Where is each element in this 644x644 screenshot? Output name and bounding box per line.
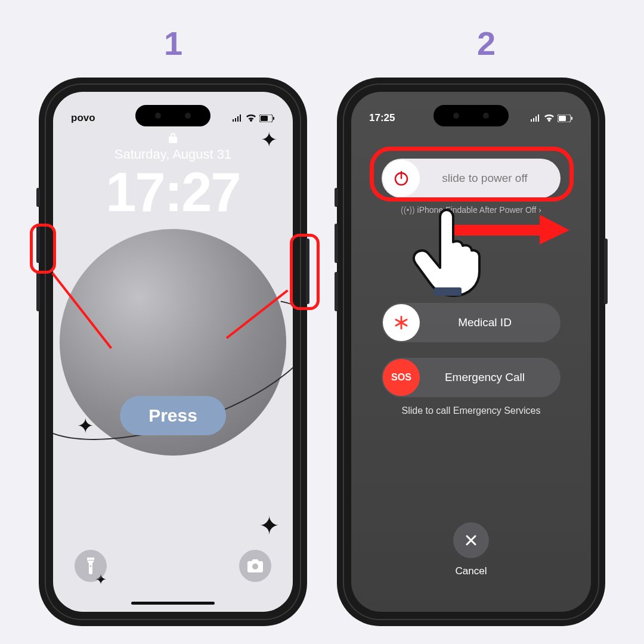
side-power-button[interactable] <box>604 239 608 304</box>
svg-rect-4 <box>559 116 566 121</box>
svg-marker-9 <box>540 215 569 244</box>
emergency-hint: Slide to call Emergency Services <box>351 405 591 416</box>
press-annotation: Press <box>120 396 226 435</box>
side-power-button[interactable] <box>306 239 309 304</box>
lock-date: Saturday, August 31 <box>53 147 293 162</box>
emergency-call-slider[interactable]: SOS Emergency Call <box>382 358 561 397</box>
sparkle-icon: ✦ <box>259 511 280 540</box>
wifi-icon <box>544 114 554 122</box>
step-number-1: 1 <box>164 24 182 63</box>
svg-rect-2 <box>273 117 274 120</box>
asterisk-icon <box>394 315 409 330</box>
dynamic-island <box>135 105 210 126</box>
medical-id-slider[interactable]: Medical ID <box>382 303 561 342</box>
medical-id-label: Medical ID <box>421 316 561 329</box>
lock-icon <box>169 132 177 145</box>
flashlight-button[interactable] <box>75 550 107 582</box>
carrier-label: povo <box>71 112 95 124</box>
cancel-button[interactable] <box>453 522 489 558</box>
hand-pointer-icon <box>411 209 483 301</box>
step-number-2: 2 <box>477 24 496 63</box>
close-icon <box>465 534 478 547</box>
sos-knob[interactable]: SOS <box>383 359 420 396</box>
slide-to-power-off[interactable]: slide to power off <box>382 159 561 198</box>
emergency-call-label: Emergency Call <box>421 371 561 384</box>
dynamic-island <box>434 105 509 126</box>
power-off-knob[interactable] <box>383 160 420 197</box>
cancel-label: Cancel <box>351 565 591 577</box>
silent-switch[interactable] <box>36 188 40 207</box>
svg-rect-5 <box>571 117 572 120</box>
svg-rect-10 <box>434 287 462 296</box>
status-icons <box>530 114 573 122</box>
volume-up-button[interactable] <box>335 224 338 263</box>
signal-icon <box>232 114 243 122</box>
volume-down-button[interactable] <box>335 272 338 311</box>
power-off-label: slide to power off <box>421 172 561 185</box>
flashlight-icon <box>84 558 97 574</box>
signal-icon <box>530 114 541 122</box>
medical-id-knob[interactable] <box>383 304 420 341</box>
svg-rect-1 <box>261 116 268 121</box>
home-indicator[interactable] <box>131 602 215 605</box>
volume-up-button[interactable] <box>36 224 40 263</box>
volume-down-button[interactable] <box>36 272 40 311</box>
power-icon <box>392 169 410 187</box>
camera-button[interactable] <box>239 550 271 582</box>
lock-time: 17:27 <box>53 161 293 224</box>
status-icons <box>232 114 275 122</box>
battery-icon <box>558 114 573 122</box>
status-time: 17:25 <box>369 112 395 124</box>
sparkle-icon: ✦ <box>77 414 94 438</box>
camera-icon <box>247 559 263 572</box>
phone-poweroff: 17:25 slide to power off ((•)) iPhone Fi… <box>343 83 599 620</box>
phone-lockscreen: ✦ ✦ ✦ ✦ povo Saturday, August 31 17:27 P… <box>45 83 301 620</box>
wifi-icon <box>246 114 256 122</box>
silent-switch[interactable] <box>335 188 338 207</box>
battery-icon <box>259 114 275 122</box>
